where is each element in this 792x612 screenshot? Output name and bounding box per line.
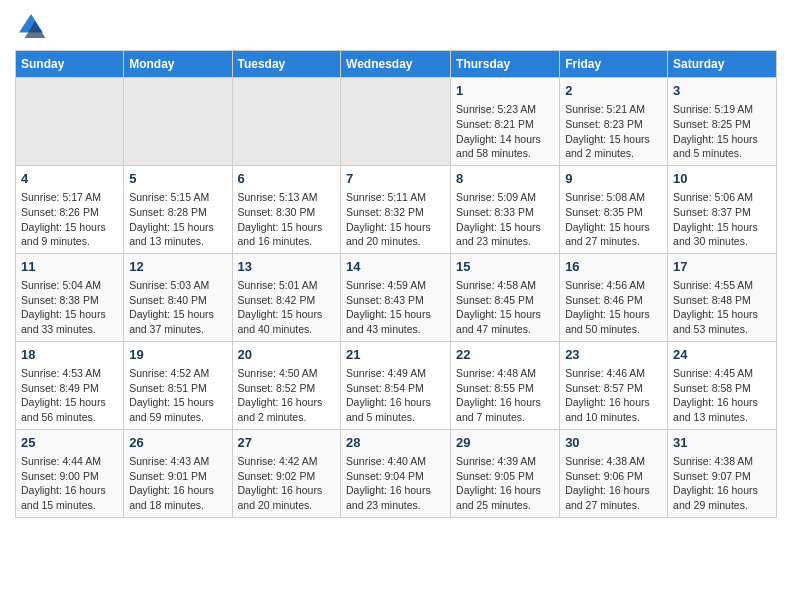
day-cell: 6Sunrise: 5:13 AMSunset: 8:30 PMDaylight… (232, 165, 341, 253)
day-cell (16, 78, 124, 166)
day-cell: 8Sunrise: 5:09 AMSunset: 8:33 PMDaylight… (451, 165, 560, 253)
day-number: 6 (238, 170, 336, 188)
day-info: Sunrise: 4:55 AMSunset: 8:48 PMDaylight:… (673, 278, 771, 337)
week-row-5: 25Sunrise: 4:44 AMSunset: 9:00 PMDayligh… (16, 429, 777, 517)
day-cell: 9Sunrise: 5:08 AMSunset: 8:35 PMDaylight… (560, 165, 668, 253)
header-row: SundayMondayTuesdayWednesdayThursdayFrid… (16, 51, 777, 78)
day-number: 24 (673, 346, 771, 364)
day-info: Sunrise: 4:53 AMSunset: 8:49 PMDaylight:… (21, 366, 118, 425)
day-cell: 7Sunrise: 5:11 AMSunset: 8:32 PMDaylight… (341, 165, 451, 253)
day-number: 31 (673, 434, 771, 452)
day-cell: 31Sunrise: 4:38 AMSunset: 9:07 PMDayligh… (668, 429, 777, 517)
day-number: 5 (129, 170, 226, 188)
day-number: 26 (129, 434, 226, 452)
day-number: 28 (346, 434, 445, 452)
day-cell: 29Sunrise: 4:39 AMSunset: 9:05 PMDayligh… (451, 429, 560, 517)
day-info: Sunrise: 4:50 AMSunset: 8:52 PMDaylight:… (238, 366, 336, 425)
day-cell: 3Sunrise: 5:19 AMSunset: 8:25 PMDaylight… (668, 78, 777, 166)
day-cell (341, 78, 451, 166)
day-number: 13 (238, 258, 336, 276)
day-number: 11 (21, 258, 118, 276)
day-number: 29 (456, 434, 554, 452)
day-number: 14 (346, 258, 445, 276)
day-info: Sunrise: 5:19 AMSunset: 8:25 PMDaylight:… (673, 102, 771, 161)
calendar-body: 1Sunrise: 5:23 AMSunset: 8:21 PMDaylight… (16, 78, 777, 518)
day-info: Sunrise: 5:23 AMSunset: 8:21 PMDaylight:… (456, 102, 554, 161)
day-cell: 21Sunrise: 4:49 AMSunset: 8:54 PMDayligh… (341, 341, 451, 429)
day-number: 22 (456, 346, 554, 364)
day-number: 2 (565, 82, 662, 100)
week-row-1: 1Sunrise: 5:23 AMSunset: 8:21 PMDaylight… (16, 78, 777, 166)
day-cell: 1Sunrise: 5:23 AMSunset: 8:21 PMDaylight… (451, 78, 560, 166)
day-cell: 27Sunrise: 4:42 AMSunset: 9:02 PMDayligh… (232, 429, 341, 517)
day-cell: 24Sunrise: 4:45 AMSunset: 8:58 PMDayligh… (668, 341, 777, 429)
day-cell: 5Sunrise: 5:15 AMSunset: 8:28 PMDaylight… (124, 165, 232, 253)
day-cell: 23Sunrise: 4:46 AMSunset: 8:57 PMDayligh… (560, 341, 668, 429)
day-cell: 25Sunrise: 4:44 AMSunset: 9:00 PMDayligh… (16, 429, 124, 517)
day-cell: 15Sunrise: 4:58 AMSunset: 8:45 PMDayligh… (451, 253, 560, 341)
day-number: 12 (129, 258, 226, 276)
day-info: Sunrise: 5:09 AMSunset: 8:33 PMDaylight:… (456, 190, 554, 249)
day-info: Sunrise: 4:42 AMSunset: 9:02 PMDaylight:… (238, 454, 336, 513)
day-number: 16 (565, 258, 662, 276)
day-info: Sunrise: 5:01 AMSunset: 8:42 PMDaylight:… (238, 278, 336, 337)
day-cell (124, 78, 232, 166)
day-info: Sunrise: 5:11 AMSunset: 8:32 PMDaylight:… (346, 190, 445, 249)
day-number: 1 (456, 82, 554, 100)
day-info: Sunrise: 4:48 AMSunset: 8:55 PMDaylight:… (456, 366, 554, 425)
col-header-friday: Friday (560, 51, 668, 78)
day-info: Sunrise: 4:56 AMSunset: 8:46 PMDaylight:… (565, 278, 662, 337)
day-cell (232, 78, 341, 166)
day-number: 30 (565, 434, 662, 452)
col-header-wednesday: Wednesday (341, 51, 451, 78)
day-info: Sunrise: 4:39 AMSunset: 9:05 PMDaylight:… (456, 454, 554, 513)
day-info: Sunrise: 4:38 AMSunset: 9:06 PMDaylight:… (565, 454, 662, 513)
day-cell: 14Sunrise: 4:59 AMSunset: 8:43 PMDayligh… (341, 253, 451, 341)
day-cell: 13Sunrise: 5:01 AMSunset: 8:42 PMDayligh… (232, 253, 341, 341)
day-cell: 12Sunrise: 5:03 AMSunset: 8:40 PMDayligh… (124, 253, 232, 341)
day-number: 17 (673, 258, 771, 276)
day-cell: 19Sunrise: 4:52 AMSunset: 8:51 PMDayligh… (124, 341, 232, 429)
day-cell: 22Sunrise: 4:48 AMSunset: 8:55 PMDayligh… (451, 341, 560, 429)
day-cell: 2Sunrise: 5:21 AMSunset: 8:23 PMDaylight… (560, 78, 668, 166)
col-header-thursday: Thursday (451, 51, 560, 78)
day-cell: 11Sunrise: 5:04 AMSunset: 8:38 PMDayligh… (16, 253, 124, 341)
day-info: Sunrise: 4:40 AMSunset: 9:04 PMDaylight:… (346, 454, 445, 513)
day-number: 10 (673, 170, 771, 188)
day-cell: 28Sunrise: 4:40 AMSunset: 9:04 PMDayligh… (341, 429, 451, 517)
day-info: Sunrise: 4:52 AMSunset: 8:51 PMDaylight:… (129, 366, 226, 425)
col-header-monday: Monday (124, 51, 232, 78)
day-number: 27 (238, 434, 336, 452)
day-info: Sunrise: 5:08 AMSunset: 8:35 PMDaylight:… (565, 190, 662, 249)
calendar-container: SundayMondayTuesdayWednesdayThursdayFrid… (0, 0, 792, 533)
day-cell: 26Sunrise: 4:43 AMSunset: 9:01 PMDayligh… (124, 429, 232, 517)
day-info: Sunrise: 4:58 AMSunset: 8:45 PMDaylight:… (456, 278, 554, 337)
calendar-thead: SundayMondayTuesdayWednesdayThursdayFrid… (16, 51, 777, 78)
day-cell: 4Sunrise: 5:17 AMSunset: 8:26 PMDaylight… (16, 165, 124, 253)
day-info: Sunrise: 5:13 AMSunset: 8:30 PMDaylight:… (238, 190, 336, 249)
day-info: Sunrise: 4:59 AMSunset: 8:43 PMDaylight:… (346, 278, 445, 337)
day-info: Sunrise: 4:43 AMSunset: 9:01 PMDaylight:… (129, 454, 226, 513)
day-info: Sunrise: 4:49 AMSunset: 8:54 PMDaylight:… (346, 366, 445, 425)
day-number: 15 (456, 258, 554, 276)
col-header-tuesday: Tuesday (232, 51, 341, 78)
week-row-3: 11Sunrise: 5:04 AMSunset: 8:38 PMDayligh… (16, 253, 777, 341)
day-info: Sunrise: 5:03 AMSunset: 8:40 PMDaylight:… (129, 278, 226, 337)
day-info: Sunrise: 4:46 AMSunset: 8:57 PMDaylight:… (565, 366, 662, 425)
day-info: Sunrise: 5:17 AMSunset: 8:26 PMDaylight:… (21, 190, 118, 249)
calendar-table: SundayMondayTuesdayWednesdayThursdayFrid… (15, 50, 777, 518)
day-cell: 10Sunrise: 5:06 AMSunset: 8:37 PMDayligh… (668, 165, 777, 253)
day-info: Sunrise: 5:06 AMSunset: 8:37 PMDaylight:… (673, 190, 771, 249)
day-info: Sunrise: 5:21 AMSunset: 8:23 PMDaylight:… (565, 102, 662, 161)
day-number: 18 (21, 346, 118, 364)
day-cell: 16Sunrise: 4:56 AMSunset: 8:46 PMDayligh… (560, 253, 668, 341)
day-cell: 18Sunrise: 4:53 AMSunset: 8:49 PMDayligh… (16, 341, 124, 429)
day-info: Sunrise: 5:15 AMSunset: 8:28 PMDaylight:… (129, 190, 226, 249)
day-number: 8 (456, 170, 554, 188)
col-header-saturday: Saturday (668, 51, 777, 78)
day-cell: 20Sunrise: 4:50 AMSunset: 8:52 PMDayligh… (232, 341, 341, 429)
day-cell: 17Sunrise: 4:55 AMSunset: 8:48 PMDayligh… (668, 253, 777, 341)
day-number: 20 (238, 346, 336, 364)
day-number: 4 (21, 170, 118, 188)
day-number: 25 (21, 434, 118, 452)
